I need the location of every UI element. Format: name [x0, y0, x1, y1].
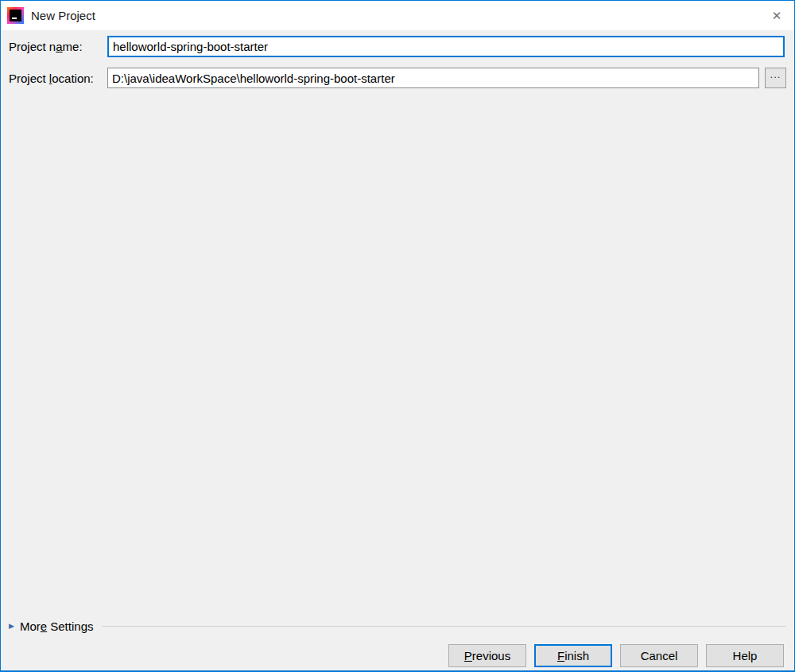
dialog-title: New Project — [31, 9, 95, 22]
project-name-row: Project name: — [9, 36, 785, 57]
new-project-dialog: New Project ✕ Project name: Project loca… — [0, 0, 795, 672]
expander-arrow-icon: ▶ — [9, 623, 14, 630]
project-location-label: Project location: — [9, 72, 107, 85]
project-name-label: Project name: — [9, 40, 107, 53]
finish-button[interactable]: Finish — [534, 644, 612, 667]
project-location-row: Project location: ... — [9, 68, 786, 88]
cancel-button[interactable]: Cancel — [620, 644, 698, 667]
browse-button[interactable]: ... — [765, 68, 786, 88]
intellij-idea-logo-icon — [7, 7, 24, 24]
divider — [102, 626, 786, 627]
project-name-input[interactable] — [107, 36, 785, 57]
close-icon[interactable]: ✕ — [759, 1, 794, 30]
more-settings-expander[interactable]: ▶ More Settings — [9, 618, 786, 634]
dialog-button-bar: Previous Finish Cancel Help — [448, 644, 784, 667]
title-bar: New Project ✕ — [1, 1, 794, 30]
help-button[interactable]: Help — [706, 644, 784, 667]
more-settings-label: More Settings — [20, 620, 94, 633]
project-location-input[interactable] — [107, 68, 759, 88]
previous-button[interactable]: Previous — [448, 644, 526, 667]
